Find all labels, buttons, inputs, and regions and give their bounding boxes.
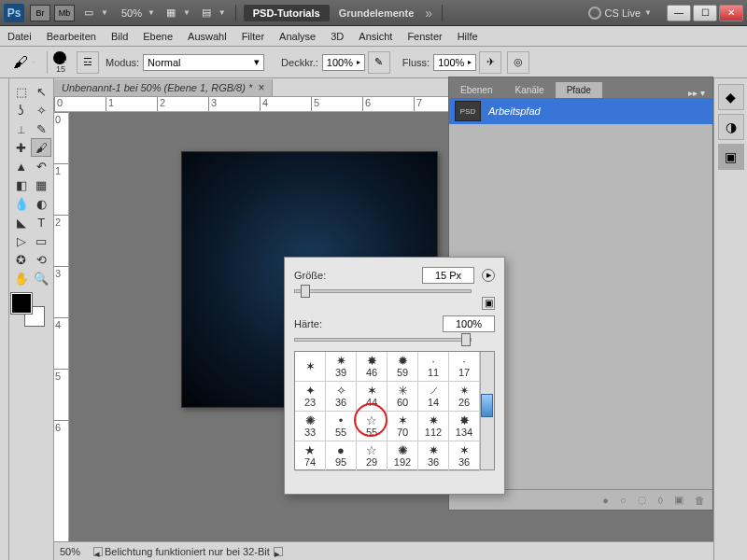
- brush-preset[interactable]: ✺33: [295, 412, 326, 441]
- path-to-selection-icon[interactable]: ◌: [638, 494, 647, 506]
- brush-preset[interactable]: ✺192: [388, 441, 418, 471]
- brush-preset[interactable]: ✴26: [449, 382, 480, 412]
- hand-tool[interactable]: ✋: [11, 269, 32, 287]
- menu-bearbeiten[interactable]: Bearbeiten: [47, 31, 96, 42]
- brush-preset[interactable]: ✶70: [388, 412, 418, 441]
- workspace-name[interactable]: Grundelemente: [339, 7, 415, 19]
- deckkr-input[interactable]: 100%▸: [322, 54, 365, 71]
- zoom-level[interactable]: 50%: [121, 7, 142, 19]
- new-path-icon[interactable]: ▣: [674, 494, 684, 506]
- arrange-icon[interactable]: ▦: [161, 5, 181, 21]
- screen-mode-icon[interactable]: ▭: [78, 5, 99, 21]
- document-tab[interactable]: Unbenannt-1 bei 50% (Ebene 1, RGB/8) *×: [54, 79, 273, 96]
- size-input[interactable]: 15 Px: [422, 267, 474, 284]
- brush-preset[interactable]: ●95: [326, 441, 357, 471]
- 3d-tool[interactable]: ✪: [11, 250, 32, 269]
- minimize-button[interactable]: —: [667, 5, 691, 21]
- brush-preset[interactable]: ☆29: [357, 441, 388, 471]
- brush-preset[interactable]: ✶: [295, 352, 326, 382]
- menu-filter[interactable]: Filter: [242, 31, 264, 42]
- menu-bild[interactable]: Bild: [111, 31, 128, 42]
- hardness-slider[interactable]: [294, 338, 472, 342]
- minibridge-button[interactable]: Mb: [54, 5, 75, 21]
- eyedropper-tool[interactable]: ✎: [32, 119, 52, 138]
- tab-pfade[interactable]: Pfade: [556, 82, 602, 98]
- airbrush-icon[interactable]: ✈: [479, 51, 501, 74]
- brush-preset[interactable]: ✹59: [388, 352, 418, 382]
- menu-auswahl[interactable]: Auswahl: [188, 31, 227, 42]
- maximize-button[interactable]: ☐: [693, 5, 717, 21]
- tab-kanaele[interactable]: Kanäle: [503, 82, 555, 98]
- workspace-more-icon[interactable]: »: [425, 6, 432, 21]
- pen-tool[interactable]: ◣: [11, 213, 32, 231]
- path-item[interactable]: PSD Arbeitspfad: [449, 98, 712, 124]
- blur-tool[interactable]: 💧: [11, 194, 32, 213]
- menu-fenster[interactable]: Fenster: [407, 31, 442, 42]
- marquee-tool[interactable]: ↖: [32, 82, 52, 101]
- cslive-button[interactable]: CS Live▼: [588, 7, 657, 20]
- menu-ansicht[interactable]: Ansicht: [359, 31, 392, 42]
- brush-tool[interactable]: 🖌: [31, 138, 51, 157]
- shape-tool[interactable]: ▭: [32, 231, 52, 250]
- menu-ebene[interactable]: Ebene: [143, 31, 173, 42]
- brush-preset[interactable]: ★74: [295, 441, 326, 471]
- wand-tool[interactable]: ✧: [32, 101, 52, 119]
- close-tab-icon[interactable]: ×: [258, 81, 264, 94]
- stamp-tool[interactable]: ▲: [11, 157, 32, 175]
- brush-preset[interactable]: ✦23: [295, 382, 326, 412]
- brush-preset[interactable]: ✷36: [418, 441, 449, 471]
- path-select-tool[interactable]: ▷: [11, 231, 32, 250]
- close-button[interactable]: ✕: [719, 5, 743, 21]
- workspace-badge[interactable]: PSD-Tutorials: [244, 5, 330, 21]
- brush-preset[interactable]: ✷112: [418, 412, 449, 441]
- brush-panel-toggle-icon[interactable]: ☲: [77, 51, 99, 74]
- lasso-tool[interactable]: ʖ: [11, 101, 32, 119]
- menu-datei[interactable]: Datei: [7, 31, 32, 42]
- stroke-path-icon[interactable]: ○: [620, 495, 627, 506]
- color-swatches[interactable]: [11, 293, 45, 327]
- delete-path-icon[interactable]: 🗑: [695, 495, 705, 506]
- tablet-opacity-icon[interactable]: ✎: [368, 51, 390, 74]
- tab-ebenen[interactable]: Ebenen: [449, 82, 503, 98]
- brush-preset[interactable]: ⟋14: [418, 382, 449, 412]
- brush-preset[interactable]: ·17: [449, 352, 480, 382]
- history-brush-tool[interactable]: ↶: [32, 157, 52, 175]
- heal-tool[interactable]: ✚: [11, 138, 31, 157]
- color-panel-icon[interactable]: ◑: [718, 114, 744, 140]
- make-workpath-icon[interactable]: ◊: [658, 495, 663, 506]
- brush-preset[interactable]: ☆55: [357, 412, 388, 441]
- menu-analyse[interactable]: Analyse: [279, 31, 316, 42]
- type-tool[interactable]: T: [32, 213, 52, 231]
- status-zoom[interactable]: 50%: [60, 546, 80, 557]
- swatches-panel-icon[interactable]: ◆: [718, 84, 744, 110]
- move-tool[interactable]: ⬚: [11, 82, 32, 101]
- dodge-tool[interactable]: ◐: [32, 194, 52, 213]
- status-nav-prev-icon[interactable]: ◂: [93, 547, 103, 556]
- fluss-input[interactable]: 100%▸: [433, 54, 476, 71]
- menu-hilfe[interactable]: Hilfe: [458, 31, 478, 42]
- eraser-tool[interactable]: ◧: [11, 175, 32, 194]
- gradient-tool[interactable]: ▦: [32, 175, 52, 194]
- 3d-camera-tool[interactable]: ⟲: [32, 250, 52, 269]
- brush-preset[interactable]: ✸134: [449, 412, 480, 441]
- popup-menu-icon[interactable]: ▶: [482, 269, 495, 282]
- panel-menu-icon[interactable]: ▸▸ ▾: [681, 88, 712, 98]
- brush-preset[interactable]: ·11: [418, 352, 449, 382]
- bridge-button[interactable]: Br: [30, 5, 50, 21]
- brush-preset[interactable]: ✷39: [326, 352, 357, 382]
- brush-tool-icon[interactable]: 🖌: [7, 50, 34, 75]
- modus-select[interactable]: Normal▾: [143, 54, 264, 71]
- brush-preset[interactable]: ✸46: [357, 352, 388, 382]
- fill-path-icon[interactable]: ●: [602, 495, 609, 506]
- tablet-size-icon[interactable]: ◎: [507, 51, 529, 74]
- crop-tool[interactable]: ⟂: [11, 119, 32, 138]
- zoom-tool[interactable]: 🔍: [32, 269, 52, 287]
- layers-panel-icon[interactable]: ▣: [718, 144, 744, 170]
- menu-3d[interactable]: 3D: [331, 31, 344, 42]
- size-slider[interactable]: [294, 289, 472, 293]
- brush-preset[interactable]: ✳60: [388, 382, 418, 412]
- status-nav-next-icon[interactable]: ▸: [274, 547, 283, 556]
- new-preset-icon[interactable]: ▣: [482, 297, 495, 310]
- hardness-input[interactable]: 100%: [443, 315, 495, 332]
- brush-preset[interactable]: ✶36: [449, 441, 480, 471]
